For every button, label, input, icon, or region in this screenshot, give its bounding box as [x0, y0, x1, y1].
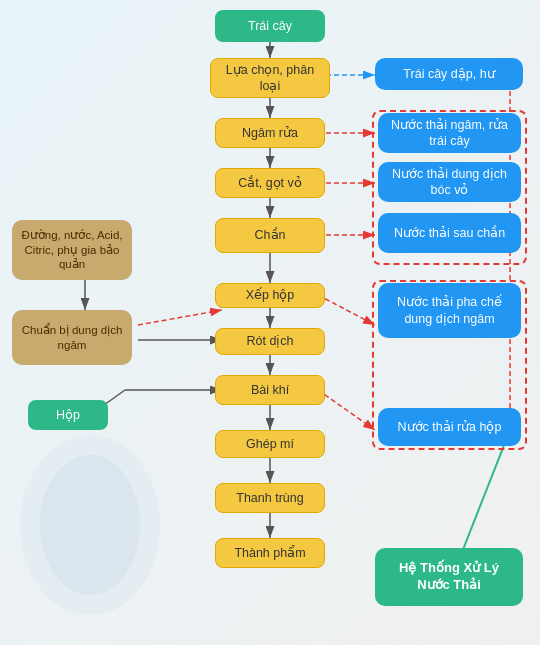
node-bai-khi: Bài khí [215, 375, 325, 405]
node-trai-cay: Trái cây [215, 10, 325, 42]
node-nuoc-thai-chan: Nước thải sau chần [378, 213, 521, 253]
node-nuoc-thai-hop: Nước thải rửa hộp [378, 408, 521, 446]
node-nuoc-thai-boc: Nước thải dung dịch bóc vỏ [378, 162, 521, 202]
svg-line-20 [318, 295, 375, 325]
node-hop: Hộp [28, 400, 108, 430]
node-ngam-rua: Ngâm rửa [215, 118, 325, 148]
svg-line-21 [318, 390, 375, 430]
diagram: Trái cây Lựa chọn, phân loại Ngâm rửa Cắ… [0, 0, 540, 645]
node-thanh-trung: Thanh trùng [215, 483, 325, 513]
node-trai-cay-dap: Trái cây dập, hư [375, 58, 523, 90]
node-lua-chon: Lựa chọn, phân loại [210, 58, 330, 98]
node-duong-nuoc: Đường, nước, Acid, Citric, phụ gia bảo q… [12, 220, 132, 280]
node-thanh-pham: Thành phẩm [215, 538, 325, 568]
svg-point-1 [40, 455, 140, 595]
svg-line-24 [138, 310, 222, 325]
node-xep-hop: Xếp hộp [215, 283, 325, 308]
node-cat-got: Cắt, gọt vỏ [215, 168, 325, 198]
node-nuoc-thai-ngam: Nước thải ngâm, rửa trái cây [378, 113, 521, 153]
node-nuoc-thai-pha: Nước thải pha chế dung dịch ngâm [378, 283, 521, 338]
node-ghep-mi: Ghép mí [215, 430, 325, 458]
node-chuan-bi: Chuẩn bị dung dịch ngâm [12, 310, 132, 365]
node-chan: Chần [215, 218, 325, 253]
node-rot-dich: Rót dịch [215, 328, 325, 355]
node-he-thong: Hệ Thống Xử Lý Nước Thải [375, 548, 523, 606]
